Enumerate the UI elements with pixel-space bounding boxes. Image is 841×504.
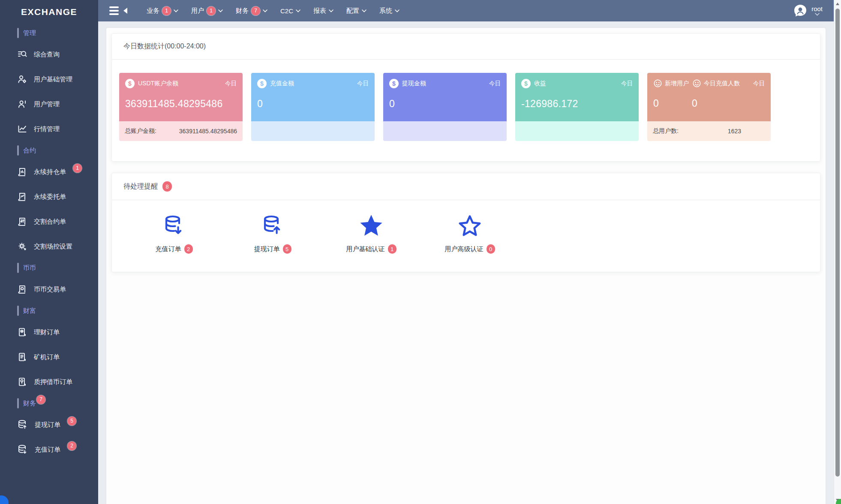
sidebar-item-label: 充值订单 — [35, 446, 60, 454]
reminder-label: 充值订单 — [156, 245, 181, 253]
reminder-user-advanced-verify[interactable]: 用户高级认证 0 — [420, 213, 519, 254]
username: root — [811, 6, 823, 13]
stats-panel-title: 今日数据统计(00:00-24:00) — [123, 42, 206, 51]
sidebar-item-label: 永续委托单 — [34, 193, 66, 201]
vertical-scrollbar[interactable] — [834, 0, 841, 504]
dollar-circle-icon: $ — [125, 79, 135, 88]
gear-icon — [17, 241, 27, 252]
order-trend-icon — [17, 192, 27, 202]
chevron-down-icon — [329, 9, 333, 12]
nav-item-users[interactable]: 用户 1 — [185, 0, 229, 21]
sidebar-collapse-button[interactable] — [109, 6, 127, 15]
sidebar-item-search[interactable]: 综合查询 — [0, 42, 98, 67]
order-bars-icon — [17, 167, 27, 177]
sidebar-item-spot-orders[interactable]: 币币交易单 — [0, 277, 98, 302]
sidebar-item-label: 交割场控设置 — [34, 243, 72, 251]
stat-card-footer: 总账户金额: 363911485.48295486 — [119, 121, 243, 141]
count-badge: 1 — [388, 244, 396, 254]
sidebar-item-delivery-orders[interactable]: 交割合约单 — [0, 209, 98, 234]
count-badge: 0 — [487, 244, 495, 254]
sidebar-item-perp-orders[interactable]: 永续委托单 — [0, 184, 98, 209]
user-gear-icon — [17, 74, 27, 84]
sidebar-item-label: 矿机订单 — [34, 353, 60, 361]
dollar-circle-icon: $ — [389, 79, 399, 88]
stat-card-tag: 今日 — [753, 80, 765, 87]
sidebar-item-label: 币币交易单 — [34, 285, 66, 294]
reminder-withdraw-orders[interactable]: 提现订单 5 — [223, 213, 322, 254]
nav-menu: 业务 1 用户 1 财务 7 C2C 报表 配置 系统 — [140, 0, 406, 21]
nav-item-label: 配置 — [346, 7, 359, 15]
sidebar-item-recharge-orders[interactable]: 充值订单 2 — [0, 437, 98, 462]
sidebar-item-market[interactable]: 行情管理 — [0, 117, 98, 141]
sidebar-item-withdraw-orders[interactable]: 提现订单 5 — [0, 412, 98, 437]
scrollbar-thumb[interactable] — [835, 9, 840, 477]
chevron-down-icon — [296, 9, 300, 12]
section-label: 币币 — [23, 264, 36, 272]
reminder-user-basic-verify[interactable]: 用户基础认证 1 — [322, 213, 420, 254]
sidebar-item-delivery-control[interactable]: 交割场控设置 — [0, 234, 98, 259]
nav-item-c2c[interactable]: C2C — [274, 0, 307, 21]
top-navbar: 业务 1 用户 1 财务 7 C2C 报表 配置 系统 — [98, 0, 834, 21]
reminder-label: 用户基础认证 — [346, 245, 385, 253]
sidebar-item-pledge-orders[interactable]: 质押借币订单 — [0, 369, 98, 394]
sidebar-item-user-base[interactable]: 用户基础管理 — [0, 67, 98, 92]
sidebar-item-label: 用户管理 — [34, 100, 60, 108]
stat-card-top: $ 收益 今日 -126986.172 — [515, 73, 639, 121]
stat-card-new-users[interactable]: 新增用户 今日充值人数 今日 0 0 — [647, 73, 771, 141]
stats-panel-header: 今日数据统计(00:00-24:00) — [112, 34, 820, 60]
order-arrows-icon — [17, 216, 27, 227]
stats-panel: 今日数据统计(00:00-24:00) $ USDT账户余额 今日 363911… — [111, 33, 820, 162]
sidebar-section-manage: 管理 — [0, 24, 98, 42]
stat-card-usdt-balance[interactable]: $ USDT账户余额 今日 363911485.48295486 总账户金额: … — [119, 73, 243, 141]
chevron-down-icon — [362, 9, 366, 12]
sidebar-item-miner-orders[interactable]: 矿机订单 — [0, 345, 98, 369]
stat-card-title: 新增用户 — [665, 80, 689, 87]
star-outline-icon — [458, 215, 482, 238]
nav-item-finance[interactable]: 财务 7 — [229, 0, 274, 21]
main-content: 今日数据统计(00:00-24:00) $ USDT账户余额 今日 363911… — [98, 21, 834, 504]
corner-decoration — [0, 495, 9, 504]
order-circle-icon — [17, 284, 27, 294]
sidebar-item-wealth-orders[interactable]: 理财订单 — [0, 320, 98, 345]
stat-card-top: $ 提现金额 今日 0 — [383, 73, 507, 121]
nav-item-business[interactable]: 业务 1 — [140, 0, 185, 21]
stat-footer-label: 总用户数: — [653, 127, 679, 135]
scroll-up-arrow[interactable] — [836, 3, 839, 5]
nav-item-label: 用户 — [191, 7, 204, 15]
section-label: 财务 — [23, 399, 36, 408]
database-up-icon — [17, 419, 28, 430]
collapse-left-icon — [123, 8, 127, 14]
reminder-label: 用户高级认证 — [445, 245, 484, 253]
stat-card-footer — [383, 121, 507, 141]
hamburger-icon — [109, 6, 120, 15]
user-menu[interactable]: root — [793, 3, 823, 18]
reminders-panel-title: 待处理提醒 — [123, 182, 158, 191]
smiley-icon — [692, 79, 701, 88]
reminder-recharge-orders[interactable]: 充值订单 2 — [125, 213, 223, 254]
nav-item-config[interactable]: 配置 — [340, 0, 373, 21]
stat-card-profit[interactable]: $ 收益 今日 -126986.172 — [515, 73, 639, 141]
stat-card-title2: 今日充值人数 — [704, 80, 740, 87]
reminder-label: 提现订单 — [254, 245, 280, 253]
stat-card-recharge-amount[interactable]: $ 充值金额 今日 0 — [251, 73, 375, 141]
stat-card-tag: 今日 — [621, 80, 633, 87]
nav-item-reports[interactable]: 报表 — [307, 0, 340, 21]
stat-card-value: 0 — [653, 98, 692, 109]
doc-lines-icon — [17, 352, 27, 362]
user-block: root — [811, 6, 823, 16]
nav-item-system[interactable]: 系统 — [373, 0, 406, 21]
sidebar-item-perp-positions[interactable]: 永续持仓单 1 — [0, 159, 98, 184]
sidebar-item-label: 行情管理 — [34, 125, 60, 133]
stat-card-withdraw-amount[interactable]: $ 提现金额 今日 0 — [383, 73, 507, 141]
smiley-icon — [653, 79, 662, 88]
stat-card-footer: 总用户数: 1623 — [647, 121, 771, 141]
stat-footer-value: 1623 — [728, 128, 765, 135]
stat-card-top: $ 充值金额 今日 0 — [251, 73, 375, 121]
count-badge: 1 — [162, 6, 171, 15]
stat-footer-label: 总账户金额: — [125, 127, 156, 135]
database-down-icon — [17, 444, 28, 455]
sidebar-item-user-manage[interactable]: 用户管理 — [0, 92, 98, 117]
database-down-icon — [163, 214, 185, 238]
stat-card-top: $ USDT账户余额 今日 363911485.48295486 — [119, 73, 243, 121]
section-label: 合约 — [23, 147, 36, 155]
